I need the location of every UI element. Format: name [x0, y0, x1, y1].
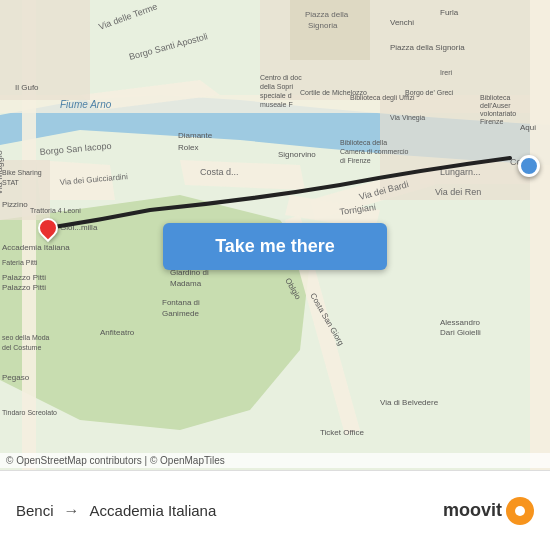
arrow-icon: → [64, 502, 80, 520]
svg-text:Piazza della: Piazza della [305, 10, 349, 19]
svg-text:Trattoria 4 Leoni: Trattoria 4 Leoni [30, 207, 81, 214]
svg-text:Alessandro: Alessandro [440, 318, 481, 327]
take-me-there-button[interactable]: Take me there [163, 223, 387, 270]
svg-text:Palazzo Pitti: Palazzo Pitti [2, 283, 46, 292]
svg-text:speciale d: speciale d [260, 92, 292, 100]
moovit-brand-text: moovit [443, 500, 502, 521]
to-label: Accademia Italiana [90, 502, 217, 519]
svg-text:Ganimede: Ganimede [162, 309, 199, 318]
from-label: Benci [16, 502, 54, 519]
svg-text:del Costume: del Costume [2, 344, 41, 351]
svg-text:Rolex: Rolex [178, 143, 198, 152]
svg-text:Dari Gioielli: Dari Gioielli [440, 328, 481, 337]
svg-text:Tindaro Screolato: Tindaro Screolato [2, 409, 57, 416]
svg-text:Anfiteatro: Anfiteatro [100, 328, 135, 337]
bottom-bar: Benci → Accademia Italiana moovit [0, 470, 550, 550]
moovit-dot-icon [506, 497, 534, 525]
svg-text:Furla: Furla [440, 8, 459, 17]
svg-text:Accademia Italiana: Accademia Italiana [2, 243, 70, 252]
svg-text:Ticket Office: Ticket Office [320, 428, 365, 437]
svg-text:Pegaso: Pegaso [2, 373, 30, 382]
svg-rect-17 [290, 0, 370, 60]
svg-text:Via di Belvedere: Via di Belvedere [380, 398, 439, 407]
svg-text:Costa d...: Costa d... [200, 167, 239, 177]
svg-text:Madama: Madama [170, 279, 202, 288]
svg-text:museale F: museale F [260, 101, 293, 108]
svg-text:Via dei Ren: Via dei Ren [435, 187, 481, 197]
svg-text:Fiume Arno: Fiume Arno [60, 99, 112, 110]
origin-marker [38, 218, 58, 238]
svg-text:Firenze: Firenze [480, 118, 503, 125]
svg-text:dell'Auser: dell'Auser [480, 102, 511, 109]
svg-text:Fateria Pitti: Fateria Pitti [2, 259, 38, 266]
svg-text:Signorvino: Signorvino [278, 150, 316, 159]
svg-text:Camera di commercio: Camera di commercio [340, 148, 409, 155]
svg-text:STAT: STAT [2, 179, 20, 186]
svg-text:Centro di doc: Centro di doc [260, 74, 302, 81]
svg-marker-7 [180, 160, 305, 190]
svg-text:Diamante: Diamante [178, 131, 213, 140]
svg-text:Fontana di: Fontana di [162, 298, 200, 307]
moovit-logo: moovit [443, 497, 534, 525]
svg-text:di Firenze: di Firenze [340, 157, 371, 164]
svg-text:seo della Moda: seo della Moda [2, 334, 50, 341]
destination-marker [518, 155, 540, 177]
svg-text:Pizzino: Pizzino [2, 200, 28, 209]
svg-text:della Sopri: della Sopri [260, 83, 294, 91]
svg-rect-12 [0, 0, 90, 100]
svg-text:Via Vinegia: Via Vinegia [390, 114, 425, 122]
map-container: Via delle Terme Borgo Santi Apostoli Fiu… [0, 0, 550, 470]
svg-text:Il Gufo: Il Gufo [15, 83, 39, 92]
svg-text:Piazza della Signoria: Piazza della Signoria [390, 43, 465, 52]
svg-text:Signoria: Signoria [308, 21, 338, 30]
svg-text:Biblioteca: Biblioteca [480, 94, 510, 101]
svg-text:Palazzo Pitti: Palazzo Pitti [2, 273, 46, 282]
map-attribution: © OpenStreetMap contributors | © OpenMap… [0, 453, 550, 468]
svg-text:Aqui: Aqui [520, 123, 536, 132]
svg-text:Biblioteca degli Uffizi: Biblioteca degli Uffizi [350, 94, 415, 102]
svg-text:Ireri: Ireri [440, 69, 453, 76]
svg-text:volontariato: volontariato [480, 110, 516, 117]
svg-rect-16 [530, 0, 550, 470]
moovit-dot-inner [515, 506, 525, 516]
svg-text:Bike Sharing: Bike Sharing [2, 169, 42, 177]
svg-text:Venchi: Venchi [390, 18, 414, 27]
svg-text:Biblioteca della: Biblioteca della [340, 139, 387, 146]
